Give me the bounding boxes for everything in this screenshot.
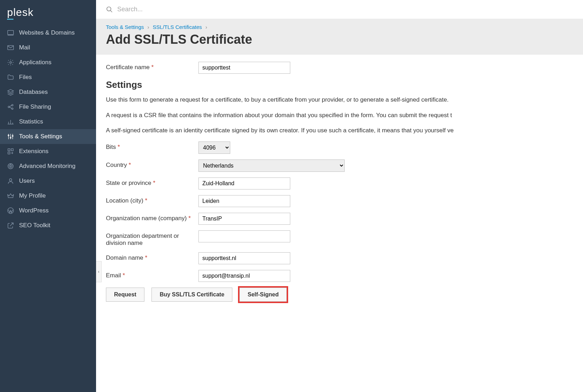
search-icon	[106, 6, 113, 13]
country-label: Country *	[106, 159, 198, 169]
svg-line-31	[10, 223, 13, 226]
sidebar-item-mail[interactable]: Mail	[0, 40, 96, 55]
svg-point-3	[10, 62, 12, 64]
svg-rect-20	[8, 149, 10, 151]
state-input[interactable]	[198, 177, 290, 189]
bits-label: Bits *	[106, 141, 198, 151]
search-input[interactable]	[117, 6, 573, 13]
svg-rect-21	[11, 149, 13, 151]
crown-icon	[7, 192, 14, 199]
sidebar-item-label: Applications	[19, 59, 52, 66]
svg-rect-0	[8, 30, 14, 35]
city-label: Location (city) *	[106, 195, 198, 204]
sidebar-item-files[interactable]: Files	[0, 70, 96, 85]
email-input[interactable]	[198, 270, 290, 282]
city-input[interactable]	[198, 195, 290, 207]
svg-rect-22	[8, 152, 10, 154]
sidebar-item-tools-settings[interactable]: Tools & Settings	[0, 129, 96, 144]
breadcrumb: Tools & Settings › SSL/TLS Certificates …	[106, 24, 573, 30]
sidebar-item-label: Files	[19, 74, 32, 81]
svg-point-29	[10, 179, 12, 181]
sidebar-item-seo-toolkit[interactable]: SEO Toolkit	[0, 218, 96, 233]
domain-label: Domain name *	[106, 252, 198, 261]
sidebar-item-users[interactable]: Users	[0, 174, 96, 188]
mail-icon	[7, 44, 14, 51]
monitor-icon	[7, 29, 14, 36]
cert-name-label: Certificate name *	[106, 62, 198, 71]
svg-rect-2	[8, 46, 14, 50]
svg-point-27	[10, 166, 11, 167]
gear-icon	[7, 59, 14, 66]
email-label: Email *	[106, 270, 198, 279]
sidebar-nav: Websites & Domains Mail Applications Fil…	[0, 25, 96, 233]
sidebar-item-applications[interactable]: Applications	[0, 55, 96, 70]
bar-chart-icon	[7, 118, 14, 125]
sidebar-item-label: Databases	[19, 89, 48, 96]
sidebar-item-statistics[interactable]: Statistics	[0, 114, 96, 129]
buy-ssl-button[interactable]: Buy SSL/TLS Certificate	[151, 288, 232, 302]
form-content: Certificate name * Settings Use this for…	[96, 55, 583, 309]
chevron-right-icon: ›	[206, 24, 207, 30]
share-icon	[7, 103, 14, 110]
sidebar-item-advanced-monitoring[interactable]: Advanced Monitoring	[0, 159, 96, 174]
svg-point-26	[9, 165, 12, 168]
external-icon	[7, 222, 14, 229]
folder-icon	[7, 74, 14, 81]
svg-marker-4	[8, 90, 14, 92]
svg-point-32	[107, 7, 111, 11]
dept-input[interactable]	[198, 230, 290, 242]
sidebar-item-my-profile[interactable]: My Profile	[0, 188, 96, 203]
sidebar-item-websites-domains[interactable]: Websites & Domains	[0, 25, 96, 40]
svg-line-8	[10, 105, 12, 107]
self-signed-button[interactable]: Self-Signed	[239, 288, 287, 302]
sidebar-item-extensions[interactable]: Extensions	[0, 144, 96, 159]
sidebar-item-label: SEO Toolkit	[19, 222, 50, 229]
sidebar-item-label: Statistics	[19, 118, 43, 125]
country-select[interactable]: Netherlands	[198, 159, 345, 172]
cert-name-input[interactable]	[198, 62, 290, 74]
state-label: State or province *	[106, 177, 198, 187]
sidebar-collapse-handle[interactable]: ‹	[96, 261, 102, 282]
sidebar-item-wordpress[interactable]: WordPress	[0, 203, 96, 218]
org-input[interactable]	[198, 213, 290, 225]
layers-icon	[7, 89, 14, 96]
brand-logo: plesk	[0, 0, 96, 25]
chevron-right-icon: ›	[148, 24, 149, 30]
sidebar-item-label: My Profile	[19, 192, 46, 199]
svg-point-5	[8, 106, 10, 108]
sidebar-item-label: WordPress	[19, 207, 49, 214]
sidebar-item-databases[interactable]: Databases	[0, 85, 96, 99]
page-title: Add SSL/TLS Certificate	[106, 32, 573, 47]
help-text-1: Use this form to generate a request for …	[106, 95, 583, 104]
sidebar-item-file-sharing[interactable]: File Sharing	[0, 99, 96, 114]
user-icon	[7, 177, 14, 185]
svg-line-33	[111, 10, 112, 12]
svg-point-7	[12, 108, 13, 109]
svg-line-9	[10, 107, 12, 108]
sliders-icon	[7, 133, 14, 140]
sidebar-item-label: Mail	[19, 44, 30, 51]
action-buttons: Request Buy SSL/TLS Certificate Self-Sig…	[106, 288, 583, 302]
radar-icon	[7, 163, 14, 170]
sidebar-item-label: File Sharing	[19, 103, 51, 110]
sidebar-item-label: Users	[19, 177, 35, 185]
main-content: Tools & Settings › SSL/TLS Certificates …	[96, 0, 583, 392]
domain-input[interactable]	[198, 252, 290, 264]
svg-point-6	[12, 104, 13, 106]
help-text-3: A self-signed certificate is an identity…	[106, 126, 583, 135]
sidebar-item-label: Websites & Domains	[19, 29, 75, 36]
org-label: Organization name (company) *	[106, 213, 198, 222]
bits-select[interactable]: 4096	[198, 141, 230, 154]
breadcrumb-tools-settings[interactable]: Tools & Settings	[106, 24, 144, 30]
help-text-2: A request is a CSR file that contains th…	[106, 111, 583, 120]
wordpress-icon	[7, 207, 14, 214]
grid-plus-icon	[7, 148, 14, 155]
breadcrumb-ssl-certificates[interactable]: SSL/TLS Certificates	[153, 24, 202, 30]
chevron-left-icon: ‹	[98, 269, 100, 274]
sidebar-item-label: Tools & Settings	[19, 133, 62, 140]
content-header: Tools & Settings › SSL/TLS Certificates …	[96, 19, 583, 55]
dept-label: Organization department or division name	[106, 230, 198, 247]
request-button[interactable]: Request	[106, 288, 144, 302]
sidebar: plesk Websites & Domains Mail Applicatio…	[0, 0, 96, 392]
settings-heading: Settings	[106, 79, 583, 90]
